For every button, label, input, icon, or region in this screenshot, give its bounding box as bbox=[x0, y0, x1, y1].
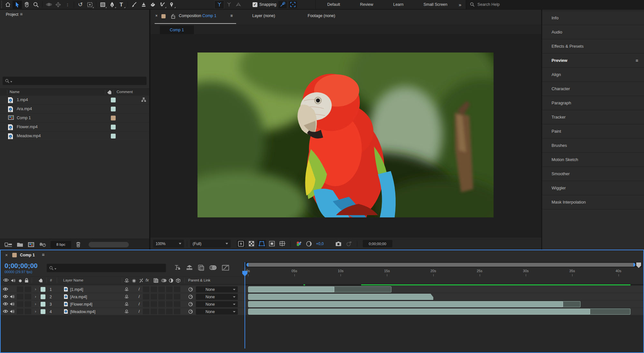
parent-link-dropdown[interactable]: None bbox=[196, 309, 238, 315]
bit-depth-button[interactable]: 8 bpc bbox=[51, 241, 71, 248]
workspace-tab-default[interactable]: Default bbox=[327, 2, 340, 7]
switch-cell[interactable] bbox=[150, 301, 157, 307]
switch-cell[interactable] bbox=[174, 309, 180, 314]
local-axis-mode-icon[interactable] bbox=[214, 0, 224, 9]
switch-cell[interactable] bbox=[24, 294, 31, 300]
panel-tab-audio[interactable]: Audio bbox=[542, 25, 644, 39]
pick-whip-icon[interactable] bbox=[188, 302, 193, 307]
lock-icon[interactable] bbox=[171, 14, 175, 19]
tab-footage[interactable]: Footage (none) bbox=[308, 14, 335, 18]
view-axis-mode-icon[interactable] bbox=[234, 1, 243, 9]
workspace-tab-learn[interactable]: Learn bbox=[393, 2, 403, 7]
lock-column-icon[interactable] bbox=[24, 278, 29, 283]
exposure-icon[interactable] bbox=[305, 240, 313, 247]
composition-mini-flowchart-icon[interactable] bbox=[174, 264, 181, 271]
audio-icon[interactable] bbox=[10, 294, 14, 299]
panel-tab-character[interactable]: Character bbox=[542, 82, 644, 96]
switch-cell[interactable] bbox=[17, 301, 24, 307]
composition-viewer[interactable] bbox=[150, 34, 541, 237]
exposure-value[interactable]: +0,0 bbox=[316, 242, 324, 246]
delete-trash-icon[interactable] bbox=[76, 242, 81, 247]
layer-bar[interactable] bbox=[248, 309, 590, 315]
work-area-start-handle[interactable] bbox=[246, 263, 248, 267]
expander-chevron-icon[interactable]: › bbox=[35, 294, 36, 299]
panel-tab-paint[interactable]: Paint bbox=[542, 124, 644, 138]
switch-cell[interactable] bbox=[174, 294, 180, 300]
column-header-layer-name[interactable]: Layer Name bbox=[63, 278, 83, 282]
switch-cell[interactable] bbox=[158, 309, 165, 314]
color-depth-icon[interactable] bbox=[39, 242, 46, 247]
timeline-layer-row[interactable]: ›1[1.mp4]/None bbox=[0, 286, 244, 293]
region-of-interest-icon[interactable] bbox=[268, 240, 276, 247]
switch-cell[interactable] bbox=[24, 286, 31, 292]
rectangle-tool-icon[interactable] bbox=[98, 1, 107, 9]
column-header-parent-link[interactable]: Parent & Link bbox=[188, 278, 210, 282]
switch-cell[interactable] bbox=[143, 301, 149, 307]
audio-icon[interactable] bbox=[10, 302, 14, 306]
time-ruler[interactable]: 0s05s10s15s20s25s30s35s40s bbox=[244, 268, 644, 277]
work-area-end-handle[interactable] bbox=[633, 263, 635, 267]
eye-icon[interactable] bbox=[3, 302, 8, 306]
project-flowchart-icon[interactable] bbox=[5, 242, 12, 247]
layer-bar-trimmed-tail[interactable] bbox=[334, 286, 391, 292]
panel-tab-tracker[interactable]: Tracker bbox=[542, 110, 644, 124]
work-area-track[interactable] bbox=[244, 262, 642, 267]
roto-brush-tool-icon[interactable] bbox=[158, 1, 167, 9]
shy-icon[interactable] bbox=[124, 302, 129, 306]
timeline-layer-row[interactable]: ›2[Ara.mp4]/None bbox=[0, 293, 244, 301]
label-color-swatch[interactable] bbox=[111, 116, 116, 120]
selection-tool-icon[interactable] bbox=[13, 1, 22, 9]
label-color-swatch[interactable] bbox=[111, 125, 116, 129]
eye-icon[interactable] bbox=[3, 310, 8, 313]
switch-cell[interactable] bbox=[150, 286, 157, 292]
solo-column-icon[interactable] bbox=[19, 279, 22, 282]
project-search-input[interactable] bbox=[3, 77, 147, 85]
grid-guides-options-icon[interactable] bbox=[278, 240, 286, 247]
switch-cell[interactable] bbox=[150, 294, 157, 300]
pen-tool-icon[interactable] bbox=[107, 1, 117, 9]
switch-cell[interactable] bbox=[158, 294, 165, 300]
layer-label-swatch[interactable] bbox=[41, 294, 45, 299]
quality-icon[interactable]: / bbox=[139, 309, 140, 314]
label-column-tag-icon[interactable] bbox=[38, 278, 43, 283]
panel-tab-brushes[interactable]: Brushes bbox=[542, 138, 644, 153]
workspace-tab-small-screen[interactable]: Small Screen bbox=[423, 2, 447, 7]
text-tool-icon[interactable]: T bbox=[117, 1, 126, 9]
draft-3d-icon[interactable] bbox=[186, 264, 193, 271]
label-column-tag-icon[interactable] bbox=[107, 90, 112, 95]
audio-column-icon[interactable] bbox=[11, 278, 15, 283]
frame-blending-icon[interactable] bbox=[198, 264, 205, 271]
time-ruler-lower[interactable] bbox=[244, 276, 644, 284]
timeline-search-input[interactable] bbox=[47, 264, 166, 272]
current-timecode[interactable]: 0;00;00;00 bbox=[5, 262, 38, 270]
switch-cell[interactable] bbox=[166, 294, 173, 300]
tab-layer[interactable]: Layer (none) bbox=[252, 14, 275, 18]
tab-composition[interactable]: Composition Comp 1 bbox=[179, 14, 216, 18]
close-tab-icon[interactable]: × bbox=[155, 14, 158, 18]
panel-menu-icon[interactable]: ≡ bbox=[636, 58, 638, 63]
fast-previews-icon[interactable] bbox=[237, 240, 245, 247]
close-tab-icon[interactable]: × bbox=[5, 253, 8, 258]
snapping-checkbox[interactable]: ✓ bbox=[253, 2, 257, 7]
horizontal-scrollbar[interactable] bbox=[89, 242, 129, 247]
switch-cell[interactable] bbox=[166, 309, 173, 314]
column-header-number[interactable]: # bbox=[50, 278, 52, 282]
new-composition-icon[interactable] bbox=[28, 242, 34, 247]
new-folder-icon[interactable] bbox=[17, 242, 23, 247]
panel-tab-wiggler[interactable]: Wiggler bbox=[542, 181, 644, 195]
snap-along-edges-icon[interactable] bbox=[278, 1, 287, 8]
channel-rgb-icon[interactable] bbox=[294, 240, 303, 247]
snap-to-features-icon[interactable] bbox=[289, 1, 297, 8]
layer-bar[interactable] bbox=[248, 301, 563, 307]
eraser-tool-icon[interactable] bbox=[148, 1, 158, 9]
work-area-bar[interactable] bbox=[246, 263, 635, 267]
timeline-layer-row[interactable]: ›4[Meadow.mp4]/None bbox=[0, 308, 244, 315]
world-axis-mode-icon[interactable] bbox=[224, 1, 234, 9]
switch-cell[interactable] bbox=[17, 294, 24, 300]
zoom-tool-icon[interactable] bbox=[31, 1, 41, 9]
label-color-swatch[interactable] bbox=[111, 98, 116, 102]
mask-visibility-icon[interactable] bbox=[257, 240, 266, 247]
expander-chevron-icon[interactable]: › bbox=[35, 301, 36, 306]
show-snapshot-icon[interactable] bbox=[345, 240, 353, 247]
video-visibility-column-icon[interactable] bbox=[3, 278, 9, 282]
